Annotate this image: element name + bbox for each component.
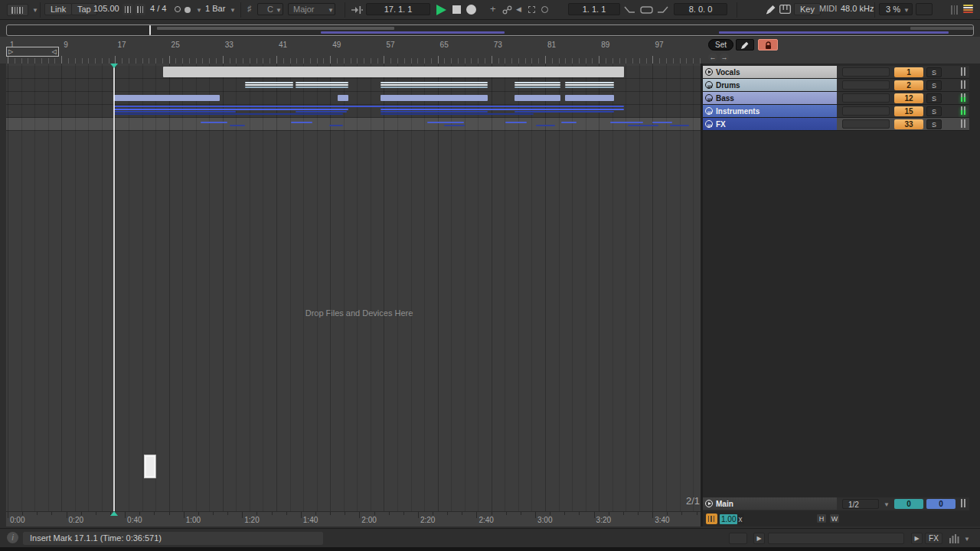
loop-start-field[interactable]: 1. 1. 1 [568,3,620,15]
cue-volume-field[interactable]: 0 [894,499,923,509]
clip-drums[interactable] [514,86,560,88]
next-locator-button[interactable]: → [720,53,729,62]
loop-region-button[interactable] [640,6,653,15]
clip-fx[interactable] [201,122,227,123]
crossfade-caret-icon[interactable]: ▼ [884,501,890,508]
nudge-up-button[interactable] [135,4,145,15]
track-solo-button[interactable]: S [926,119,942,129]
track-activator-button[interactable]: 12 [894,93,923,103]
track-solo-button[interactable]: S [926,80,942,90]
track-activator-button[interactable]: 1 [894,67,923,77]
track-state-box[interactable] [842,67,890,77]
optimize-width-button[interactable]: W [829,514,840,523]
playhead-top-marker[interactable] [110,64,118,68]
track-solo-button[interactable]: S [926,67,942,77]
clip-drums[interactable] [245,84,293,86]
status-field[interactable] [768,533,904,544]
info-icon[interactable]: i [7,532,18,543]
track-row-vocals[interactable]: Vocals1S [703,66,969,78]
clip-fx[interactable] [427,122,464,123]
clip-instruments[interactable] [514,111,614,112]
track-state-box[interactable] [842,93,890,103]
track-state-box[interactable] [842,106,890,116]
track-state-box[interactable] [842,119,890,129]
play-button[interactable] [436,5,446,15]
clip-drums[interactable] [245,86,293,88]
main-track-fold-icon[interactable] [705,500,713,507]
playhead-line[interactable] [113,64,115,511]
clip-fx[interactable] [444,125,465,126]
clip-drums[interactable] [565,84,614,86]
draw-mode-button[interactable] [766,5,776,16]
track-state-box[interactable] [842,80,890,90]
clip-drums[interactable] [338,84,348,86]
device-selector-button[interactable] [7,4,28,16]
track-play-icon[interactable] [705,68,713,76]
clip-fx[interactable] [291,122,312,123]
scale-root-caret-icon[interactable]: ▼ [276,7,282,14]
clip-fx[interactable] [536,125,555,126]
main-track-header[interactable]: Main [703,497,837,510]
marquee-mode-button[interactable] [528,6,535,13]
beat-time-ruler[interactable]: 191725334149576573818997 [6,37,701,64]
track-lines-icon[interactable] [705,107,713,115]
track-lane-fx[interactable] [6,118,701,130]
cpu-meter-icon[interactable] [963,5,973,14]
previous-locator-button[interactable]: ← [708,53,717,62]
track-lines-icon[interactable] [705,120,713,128]
link-button[interactable]: Link [44,3,72,15]
punch-out-icon[interactable] [657,6,668,15]
set-locator-button[interactable]: Set [708,39,733,51]
record-button[interactable] [466,5,476,15]
crossfade-selector[interactable]: 1/2 [842,499,879,509]
floating-clip[interactable] [144,455,156,478]
track-row-instruments[interactable]: Instruments15S [703,105,969,117]
follow-button[interactable] [351,6,363,15]
track-header-vocals[interactable]: Vocals [703,66,837,78]
clip-bass[interactable] [113,95,220,101]
clip-drums[interactable] [565,86,614,88]
clip-fx[interactable] [610,122,643,123]
arrangement-position-field[interactable]: 17. 1. 1 [366,3,430,15]
clip-instruments[interactable] [113,109,348,110]
loop-length-field[interactable]: 8. 0. 0 [674,3,727,15]
main-volume-field[interactable]: 0 [926,499,956,509]
quantization-caret-icon[interactable]: ▼ [230,7,236,14]
clip-instruments[interactable] [113,113,343,115]
clip-instruments[interactable] [113,111,236,112]
overdub-plus-button[interactable]: + [490,3,496,15]
clip-drums[interactable] [245,82,293,83]
punch-in-icon[interactable] [624,6,635,15]
track-lines-icon[interactable] [705,94,713,102]
device-selector-caret-icon[interactable]: ▼ [32,7,38,14]
clip-drums[interactable] [381,84,488,86]
scale-name-caret-icon[interactable]: ▼ [328,7,334,14]
clip-instruments[interactable] [113,106,624,107]
track-header-drums[interactable]: Drums [703,79,837,91]
track-row-bass[interactable]: Bass12S [703,92,969,104]
clip-drums[interactable] [565,82,614,83]
key-map-button[interactable]: Key [794,3,821,15]
track-activator-button[interactable]: 33 [894,119,923,129]
clip-bass[interactable] [514,95,560,101]
capture-midi-button[interactable] [502,5,512,16]
cpu-caret-icon[interactable]: ▼ [903,7,910,14]
quantization-menu[interactable]: 1 Bar [205,4,225,13]
stop-button[interactable] [452,5,461,14]
track-row-fx[interactable]: FX33S [703,118,969,130]
track-header-fx[interactable]: FX [703,118,837,130]
track-solo-button[interactable]: S [926,106,942,116]
track-header-bass[interactable]: Bass [703,92,837,104]
clip-drums[interactable] [381,82,488,83]
clip-instruments[interactable] [381,111,488,112]
optimize-height-button[interactable]: H [816,514,827,523]
lock-envelopes-button[interactable] [758,39,778,51]
track-row-drums[interactable]: Drums2S [703,79,969,91]
arrangement-canvas[interactable]: Drop Files and Devices Here 2/1 [6,64,701,511]
track-header-instruments[interactable]: Instruments [703,105,837,117]
arrangement-loop-brace[interactable]: ▷ ◁ [6,47,59,57]
clip-bass[interactable] [565,95,614,101]
output-meter-icon[interactable] [949,533,962,545]
clip-bass[interactable] [381,95,488,101]
clip-fx[interactable] [230,125,245,126]
